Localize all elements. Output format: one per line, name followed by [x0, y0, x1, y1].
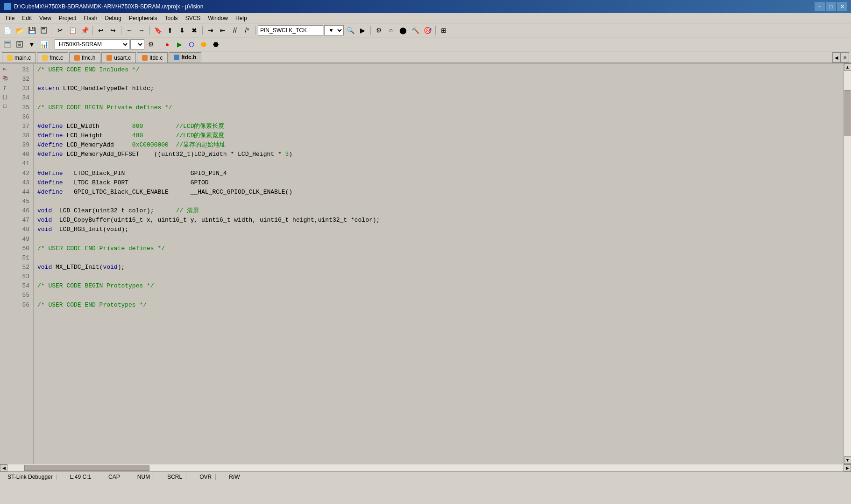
- menu-flash[interactable]: Flash: [80, 14, 101, 22]
- toolbar2-btn9[interactable]: ⬣: [210, 39, 221, 50]
- cut-button[interactable]: ✂: [55, 25, 66, 36]
- new-button[interactable]: 📄: [2, 25, 13, 36]
- indent-button[interactable]: ⇥: [205, 25, 216, 36]
- tab-label-fmc-h: fmc.h: [82, 55, 95, 61]
- toolbar2-btn4[interactable]: 📊: [38, 39, 50, 50]
- books-icon[interactable]: 📚: [1, 75, 9, 82]
- find-next-button[interactable]: ▶: [357, 25, 368, 36]
- redo-button[interactable]: ↪: [107, 25, 119, 36]
- nav-back-button[interactable]: ←: [124, 25, 135, 36]
- prev-bookmark-button[interactable]: ⬆: [164, 25, 176, 36]
- tab-usart-c[interactable]: usart.c: [101, 52, 136, 63]
- svg-rect-1: [42, 28, 45, 29]
- line-num-46: 46: [10, 206, 29, 216]
- target-button[interactable]: 🎯: [422, 25, 433, 36]
- line-num-37: 37: [10, 122, 29, 131]
- toolbar2-btn3[interactable]: ▼: [26, 39, 37, 50]
- tab-icon-usart-c: [106, 55, 112, 61]
- tab-main-c[interactable]: main.c: [2, 52, 36, 63]
- line-47: void LCD_CopyBuffer(uint16_t x, uint16_t…: [37, 216, 840, 225]
- minimize-button[interactable]: −: [815, 2, 825, 11]
- project-dropdown[interactable]: H750XB-SDRAM: [55, 39, 129, 49]
- line-num-39: 39: [10, 140, 29, 150]
- comment-button[interactable]: //: [229, 25, 241, 36]
- num-status: NUM: [134, 474, 154, 480]
- hscroll-left-button[interactable]: ◀: [0, 464, 7, 472]
- hscroll-track[interactable]: [7, 464, 844, 471]
- paste-button[interactable]: 📌: [79, 25, 90, 36]
- undo-button[interactable]: ↩: [95, 25, 106, 36]
- tab-icon-ltdc-c: [142, 55, 148, 61]
- stop-button[interactable]: ⬤: [397, 25, 409, 36]
- tab-ltdc-c[interactable]: ltdc.c: [137, 52, 168, 63]
- line-num-31: 31: [10, 65, 29, 75]
- maximize-button[interactable]: □: [826, 2, 836, 11]
- save-button[interactable]: 💾: [26, 25, 37, 36]
- toolbar2-config-btn[interactable]: ⚙: [145, 39, 156, 50]
- tab-fmc-c[interactable]: fmc.c: [37, 52, 68, 63]
- functions-icon[interactable]: ƒ: [1, 84, 9, 91]
- regs-button[interactable]: [14, 39, 25, 50]
- project-icon[interactable]: P: [1, 65, 9, 73]
- menu-tools[interactable]: Tools: [161, 14, 182, 22]
- toolbar2-btn8[interactable]: ⬢: [198, 39, 209, 50]
- tab-ltdc-h[interactable]: ltdc.h: [169, 52, 201, 63]
- tab-scroll-left[interactable]: ◀: [832, 52, 841, 63]
- close-button[interactable]: ✕: [837, 2, 847, 11]
- menu-help[interactable]: Help: [232, 14, 251, 22]
- tab-icon-fmc-h: [74, 55, 80, 61]
- copy-button[interactable]: 📋: [67, 25, 78, 36]
- hscroll-thumb[interactable]: [24, 465, 150, 471]
- line-48: void LCD_RGB_Init(void);: [37, 225, 840, 234]
- search-input[interactable]: [258, 25, 323, 35]
- line-num-32: 32: [10, 75, 29, 84]
- sep2: [92, 26, 93, 35]
- menu-edit[interactable]: Edit: [18, 14, 35, 22]
- line-49: [37, 235, 840, 244]
- scroll-thumb[interactable]: [844, 90, 851, 136]
- templates-icon[interactable]: □: [1, 103, 9, 110]
- bookmark-button[interactable]: 🔖: [152, 25, 163, 36]
- settings-button[interactable]: ⚙: [373, 25, 384, 36]
- menu-project[interactable]: Project: [55, 14, 80, 22]
- line-41: [37, 159, 840, 168]
- grid-button[interactable]: ⊞: [438, 25, 449, 36]
- scroll-down-button[interactable]: ▼: [844, 456, 851, 464]
- code-editor[interactable]: /* USER CODE END Includes */ extern LTDC…: [34, 63, 844, 464]
- next-bookmark-button[interactable]: ⬇: [177, 25, 188, 36]
- tab-fmc-h[interactable]: fmc.h: [69, 52, 100, 63]
- menu-window[interactable]: Window: [204, 14, 232, 22]
- find-button[interactable]: 🔍: [345, 25, 356, 36]
- tab-label-ltdc-c: ltdc.c: [149, 55, 163, 61]
- line-num-52: 52: [10, 263, 29, 272]
- uncomment-button[interactable]: /*: [241, 25, 253, 36]
- toolbar2-btn7[interactable]: ⬡: [186, 39, 197, 50]
- clear-bookmarks-button[interactable]: ✖: [189, 25, 200, 36]
- circle-button[interactable]: ○: [385, 25, 397, 36]
- target-dropdown[interactable]: ▼: [130, 39, 144, 49]
- line-51: [37, 253, 840, 263]
- proj-icon-btn[interactable]: [2, 39, 13, 50]
- menu-peripherals[interactable]: Peripherals: [125, 14, 161, 22]
- save-all-button[interactable]: [38, 25, 50, 36]
- line-num-35: 35: [10, 103, 29, 112]
- horizontal-scrollbar: ◀ ▶: [0, 464, 851, 471]
- menu-file[interactable]: File: [2, 14, 18, 22]
- scroll-track[interactable]: [844, 71, 851, 456]
- line-num-44: 44: [10, 188, 29, 197]
- tab-close-btn[interactable]: ✕: [841, 52, 849, 63]
- build-button[interactable]: 🔨: [410, 25, 421, 36]
- menu-svcs[interactable]: SVCS: [182, 14, 205, 22]
- nav-forward-button[interactable]: →: [136, 25, 147, 36]
- rw-status: R/W: [225, 474, 243, 480]
- menu-debug[interactable]: Debug: [101, 14, 125, 22]
- toolbar2-btn5[interactable]: ●: [162, 39, 173, 50]
- scroll-up-button[interactable]: ▲: [844, 63, 851, 71]
- hscroll-right-button[interactable]: ▶: [844, 464, 851, 472]
- open-button[interactable]: 📂: [14, 25, 25, 36]
- toolbar2-btn6[interactable]: ▶: [174, 39, 185, 50]
- braces-icon[interactable]: {}: [1, 93, 9, 101]
- search-type-dropdown[interactable]: ▼: [324, 25, 344, 35]
- menu-view[interactable]: View: [35, 14, 55, 22]
- unindent-button[interactable]: ⇤: [217, 25, 228, 36]
